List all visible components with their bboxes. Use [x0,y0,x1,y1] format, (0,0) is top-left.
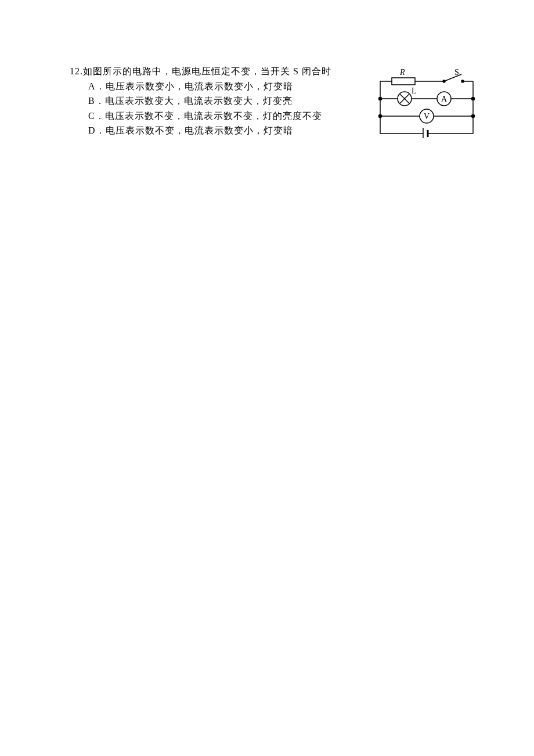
option-c-text: 电压表示数不变，电流表示数不变，灯的亮度不变 [105,111,322,121]
question-stem: 12.如图所示的电路中，电源电压恒定不变，当开关 S 闭合时 [70,64,337,79]
resistor-label: R [399,68,405,77]
voltmeter-label: V [424,112,430,121]
ammeter-label: A [441,95,448,103]
option-d-text: 电压表示数不变，电流表示数变小，灯变暗 [106,125,293,135]
option-b-label: B． [88,96,105,106]
switch-label: S [454,68,459,77]
question-stem-text: 如图所示的电路中，电源电压恒定不变，当开关 S 闭合时 [83,66,331,76]
option-c-label: C． [88,111,105,121]
lamp-label: L [412,87,417,95]
svg-rect-2 [392,78,415,85]
circuit-diagram: R S L A V [369,67,479,138]
question-block: 12.如图所示的电路中，电源电压恒定不变，当开关 S 闭合时 A．电压表示数变小… [70,64,464,138]
question-number: 12. [70,66,83,76]
option-d-label: D． [88,125,106,135]
option-a-label: A． [88,81,106,91]
option-b-text: 电压表示数变大，电流表示数变大，灯变亮 [105,96,293,106]
option-a-text: 电压表示数变小，电流表示数变小，灯变暗 [106,81,293,91]
